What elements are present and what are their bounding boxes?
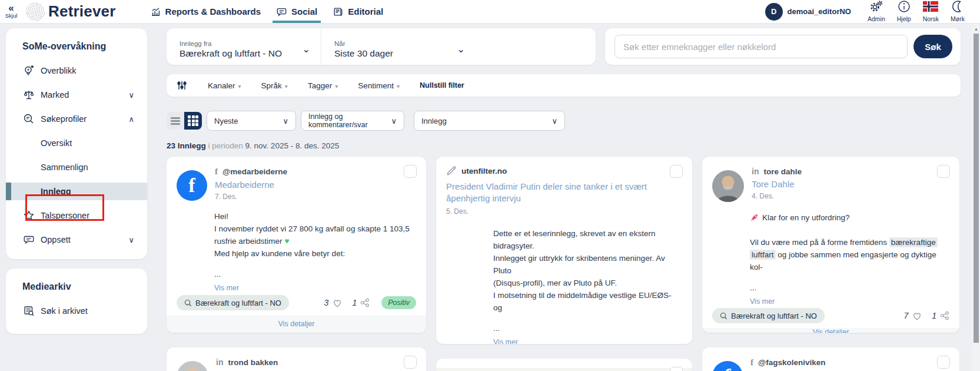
sort-select-value: Nyeste	[214, 117, 238, 125]
collapse-label: Skjul	[1, 12, 21, 19]
post-title-link[interactable]: President Vladimir Putin deler sine tank…	[446, 181, 670, 204]
select-post-checkbox[interactable]	[670, 165, 683, 178]
highlighted-keyword: luftfart	[750, 250, 776, 260]
profile-photo	[177, 361, 208, 371]
sidebar-item-label: Talspersoner	[41, 211, 89, 220]
post-author-link[interactable]: Tore Dahle	[752, 179, 802, 189]
filter-label: Språk	[261, 81, 282, 90]
search-button[interactable]: Søk	[913, 35, 952, 58]
post-handle: @fagskoleniviken	[758, 358, 825, 367]
tab-social[interactable]: Social	[276, 0, 317, 23]
avatar: D	[765, 3, 783, 21]
period-select[interactable]: Når Siste 30 dager ⌄	[321, 28, 476, 65]
filter-kanaler[interactable]: Kanaler▾	[208, 81, 241, 90]
post-author-link[interactable]: Medarbeiderne	[215, 180, 287, 190]
heart-icon	[332, 298, 343, 308]
post-type-select[interactable]: Innlegg og kommentarer/svar ∨	[301, 111, 404, 131]
sidebar-item-label: Oversikt	[41, 138, 72, 148]
view-controls-row: Nyeste ∨ Innlegg og kommentarer/svar ∨ I…	[167, 111, 961, 131]
sidebar-item-label: Innlegg	[41, 187, 71, 196]
sidebar-item-oversikt[interactable]: Oversikt	[6, 134, 147, 152]
share-icon	[360, 298, 370, 307]
search-profile-tag[interactable]: Bærekraft og luftfart - NO	[177, 295, 289, 310]
period-select-value: Siste 30 dager	[334, 48, 393, 59]
facebook-icon: f	[750, 357, 753, 367]
select-post-checkbox[interactable]	[404, 356, 417, 369]
user-name: demoai_editorNO	[788, 7, 851, 16]
brand-logo[interactable]: Retriever	[26, 2, 116, 21]
show-more-link[interactable]: Vis mer	[493, 336, 518, 344]
sliders-icon	[176, 80, 188, 91]
main-content: Innlegg fra Bærekraft og luftfart - NO ⌄…	[167, 24, 961, 371]
user-menu[interactable]: D demoai_editorNO	[765, 3, 851, 21]
reset-filters-button[interactable]: Nullstill filter	[420, 81, 464, 90]
chevron-down-icon: ∨	[387, 117, 397, 125]
show-more-link[interactable]: Vis mer	[750, 296, 775, 308]
sidebar-item-sammenlign[interactable]: Sammenlign	[6, 158, 147, 176]
profile-select[interactable]: Innlegg fra Bærekraft og luftfart - NO ⌄	[167, 28, 321, 65]
grid-icon	[188, 115, 198, 126]
post-date: 5. Des.	[446, 207, 682, 216]
moon-icon	[951, 0, 965, 13]
brand-name: Retriever	[48, 2, 116, 21]
scroll-up-arrow-icon[interactable]: ▲	[972, 24, 980, 32]
sidebar-item-sok-i-arkivet[interactable]: Søk i arkivet	[6, 302, 147, 320]
tab-label: Editorial	[348, 6, 383, 16]
chevron-down-icon: ∨	[279, 117, 288, 125]
content-select[interactable]: Innlegg ∨	[414, 111, 565, 131]
sort-select[interactable]: Nyeste ∨	[207, 111, 296, 131]
view-toggle	[167, 112, 202, 130]
post-handle: tore dahle	[763, 167, 802, 176]
tab-label: Social	[291, 6, 317, 16]
post-date: 4. Des.	[752, 192, 802, 200]
triangle-down-icon: ▾	[335, 83, 338, 90]
language-button[interactable]: Norsk	[923, 0, 939, 24]
speech-bubble-icon	[276, 6, 287, 17]
post-source: utenfilter.no	[461, 167, 507, 175]
tab-reports-dashboards[interactable]: Reports & Dashboards	[150, 0, 261, 23]
sentiment-badge: Positiv	[381, 296, 416, 309]
dark-mode-button[interactable]: Mørk	[951, 0, 965, 24]
filter-sentiment[interactable]: Sentiment▾	[358, 81, 400, 90]
show-details-link[interactable]: Vis detaljer	[702, 328, 959, 333]
posts-grid: f f @medarbeiderne Medarbeiderne 7. Des.…	[167, 157, 961, 371]
pencil-icon	[446, 165, 457, 176]
sidebar-item-marked[interactable]: Marked ∨	[6, 86, 147, 104]
triangle-down-icon: ▾	[238, 83, 241, 90]
select-post-checkbox[interactable]	[937, 356, 950, 369]
post-handle: @medarbeiderne	[222, 167, 287, 176]
lightbulb-icon	[22, 65, 35, 77]
filter-sprak[interactable]: Språk▾	[261, 81, 288, 90]
collapse-sidebar-button[interactable]: « Skjul	[1, 4, 21, 19]
vertical-scrollbar[interactable]: ▲	[972, 24, 980, 371]
heart-icon	[912, 311, 922, 321]
results-count-number: 23 Innlegg	[167, 141, 206, 150]
grid-view-button[interactable]	[184, 112, 202, 130]
list-icon	[171, 116, 180, 126]
sidebar-item-oppsett[interactable]: Oppsett ∨	[6, 231, 147, 249]
select-post-checkbox[interactable]	[937, 165, 950, 178]
tab-editorial[interactable]: Editorial	[333, 0, 383, 23]
help-button[interactable]: Hjelp	[897, 0, 911, 24]
engagement-stats: 7 1	[903, 311, 949, 321]
select-post-checkbox[interactable]	[404, 165, 417, 178]
sidebar-item-talspersoner[interactable]: Talspersoner	[6, 207, 147, 224]
facebook-avatar: f	[712, 361, 743, 371]
show-details-link[interactable]: Vis detaljer	[167, 315, 426, 333]
admin-button[interactable]: Admin	[868, 0, 885, 24]
sidebar-item-overblikk[interactable]: Overblikk	[6, 62, 147, 80]
star-icon	[22, 210, 35, 221]
search-profile-tag[interactable]: Bærekraft og luftfart - NO	[712, 308, 825, 323]
list-view-button[interactable]	[167, 112, 184, 130]
profile-select-value: Bærekraft og luftfart - NO	[180, 48, 282, 59]
search-input[interactable]	[614, 35, 908, 58]
post-image[interactable]: ▷ GREEN FLYWAY	[436, 368, 692, 371]
scrollbar-thumb[interactable]	[974, 34, 979, 343]
show-more-link[interactable]: Vis mer	[214, 282, 239, 294]
sidebar-item-sokeprofiler[interactable]: Søkeprofiler ∧	[6, 110, 147, 128]
some-monitoring-card: SoMe-overvåkning Overblikk Marked ∨	[6, 28, 147, 259]
select-post-checkbox[interactable]	[670, 367, 683, 371]
linkedin-icon: in	[752, 167, 759, 176]
sidebar-item-innlegg[interactable]: Innlegg	[6, 183, 147, 200]
filter-tagger[interactable]: Tagger▾	[308, 81, 338, 90]
